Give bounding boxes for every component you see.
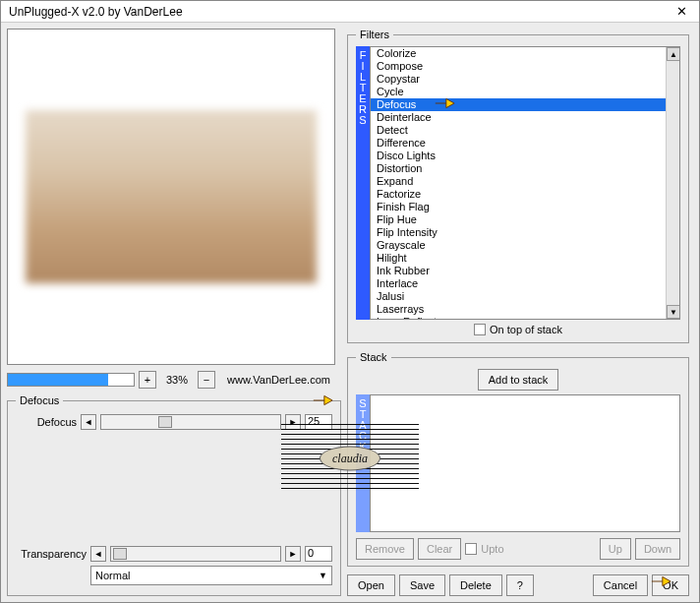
filter-item[interactable]: Flip Intensity [371,226,679,239]
down-button[interactable]: Down [635,538,680,560]
filter-item[interactable]: Interlace [371,277,679,290]
add-to-stack-button[interactable]: Add to stack [478,369,559,391]
filter-item[interactable]: Hilight [371,252,679,265]
filter-item[interactable]: Difference [371,137,679,150]
filter-item[interactable]: Compose [371,60,679,73]
cancel-button[interactable]: Cancel [593,574,648,596]
filters-side-tab[interactable]: FILTERS [356,46,370,320]
filter-item[interactable]: Distortion [371,162,679,175]
blend-mode-select[interactable]: Normal ▼ [90,566,332,585]
filter-item[interactable]: Lens Reflect [371,316,679,320]
ontop-label: On top of stack [490,324,562,335]
main-window: UnPlugged-X v2.0 by VanDerLee ✕ + 33% − … [0,0,700,603]
param-legend: Defocus [16,394,63,406]
filters-legend: Filters [356,29,393,40]
scroll-down-button[interactable]: ▼ [667,305,680,319]
filter-item[interactable]: Grayscale [371,239,679,252]
stack-group: Stack Add to stack STACK Remove Clear Up… [347,351,689,567]
filters-scrollbar[interactable]: ▲ ▼ [666,47,679,319]
filter-item[interactable]: Finish Flag [371,201,679,213]
transparency-decrease-button[interactable]: ◄ [90,546,106,562]
close-button[interactable]: ✕ [668,3,695,21]
transparency-label: Transparency [16,548,87,560]
save-button[interactable]: Save [399,574,445,596]
blend-mode-value: Normal [95,570,130,581]
preview-area [7,29,335,365]
stack-list[interactable] [370,394,680,532]
clear-button[interactable]: Clear [418,538,461,560]
zoom-out-button[interactable]: − [198,371,215,389]
chevron-down-icon: ▼ [319,571,327,580]
preview-image [26,110,317,283]
filters-group: Filters FILTERS ColorizeComposeCopystarC… [347,29,689,343]
defocus-label: Defocus [16,416,77,428]
transparency-increase-button[interactable]: ► [285,546,301,562]
filter-item[interactable]: Factorize [371,188,679,201]
filter-item[interactable]: Flip Hue [371,213,679,226]
filter-item[interactable]: Defocus [371,98,679,111]
filters-list[interactable]: ColorizeComposeCopystarCycleDefocusDeint… [370,46,680,320]
scroll-up-button[interactable]: ▲ [667,47,680,61]
open-button[interactable]: Open [347,574,395,596]
filter-item[interactable]: Ink Rubber [371,265,679,277]
defocus-slider[interactable] [100,414,281,430]
zoom-bar[interactable] [7,373,135,387]
filter-item[interactable]: Cycle [371,86,679,98]
titlebar: UnPlugged-X v2.0 by VanDerLee ✕ [1,1,699,23]
filter-item[interactable]: Expand [371,175,679,188]
filter-item[interactable]: Laserrays [371,303,679,316]
transparency-value-input[interactable]: 0 [305,546,332,562]
ok-button[interactable]: OK [652,574,689,596]
filter-item[interactable]: Colorize [371,47,679,60]
upto-label: Upto [481,543,503,555]
ontop-checkbox[interactable] [474,324,486,335]
vendor-link[interactable]: www.VanDerLee.com [227,374,330,386]
filter-item[interactable]: Copystar [371,73,679,86]
filter-item[interactable]: Jalusi [371,290,679,303]
param-group: Defocus Defocus ◄ ► 25 Transparency ◄ [7,394,341,596]
zoom-in-button[interactable]: + [139,371,156,389]
transparency-slider[interactable] [110,546,281,562]
filter-item[interactable]: Deinterlace [371,111,679,124]
filter-item[interactable]: Detect [371,124,679,137]
stack-legend: Stack [356,351,391,363]
delete-button[interactable]: Delete [449,574,502,596]
window-title: UnPlugged-X v2.0 by VanDerLee [9,5,183,19]
defocus-increase-button[interactable]: ► [285,414,301,430]
remove-button[interactable]: Remove [356,538,414,560]
help-button[interactable]: ? [506,574,534,596]
up-button[interactable]: Up [600,538,631,560]
defocus-value-input[interactable]: 25 [305,414,332,430]
defocus-decrease-button[interactable]: ◄ [81,414,96,430]
upto-checkbox[interactable] [465,543,477,555]
filter-item[interactable]: Disco Lights [371,150,679,162]
stack-side-tab[interactable]: STACK [356,394,370,532]
zoom-percent: 33% [160,374,194,386]
